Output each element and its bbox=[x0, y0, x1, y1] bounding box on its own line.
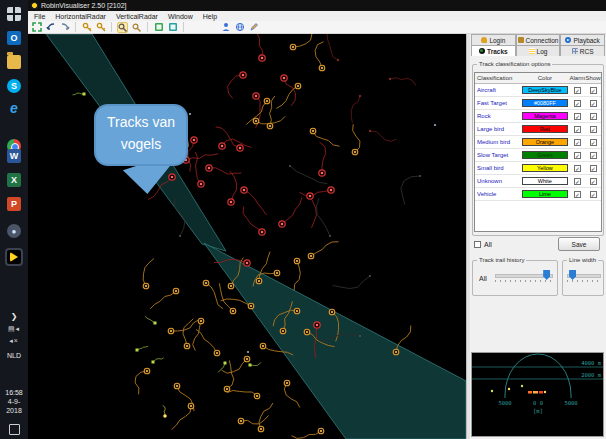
color-swatch-button[interactable]: White bbox=[522, 177, 568, 185]
expand-view-icon[interactable] bbox=[31, 22, 42, 33]
show-checkbox[interactable]: ✓ bbox=[590, 178, 597, 185]
svg-text:[m]: [m] bbox=[533, 408, 543, 414]
pinned-app-icon[interactable]: ● bbox=[7, 224, 21, 238]
menu-window[interactable]: Window bbox=[168, 13, 193, 20]
pan-right-icon[interactable] bbox=[59, 22, 70, 33]
color-swatch-button[interactable]: DeepSkyBlue bbox=[522, 86, 568, 94]
show-checkbox[interactable]: ✓ bbox=[590, 139, 597, 146]
tray-network-icon[interactable]: ▤◂ bbox=[0, 325, 28, 333]
outlook-icon[interactable]: O bbox=[7, 31, 21, 45]
globe-icon[interactable] bbox=[234, 22, 245, 33]
show-checkbox[interactable]: ✓ bbox=[590, 165, 597, 172]
alarm-checkbox[interactable]: ✓ bbox=[574, 178, 581, 185]
menu-file[interactable]: File bbox=[34, 13, 45, 20]
zoom-in-icon[interactable] bbox=[117, 22, 128, 33]
alarm-checkbox[interactable]: ✓ bbox=[574, 191, 581, 198]
key-icon[interactable] bbox=[95, 22, 106, 33]
tab-control: Login Connection Playback Tracks Log RCS bbox=[471, 34, 605, 56]
tracks-icon bbox=[479, 48, 485, 54]
zoom-out-icon[interactable] bbox=[131, 22, 142, 33]
alarm-checkbox[interactable]: ✓ bbox=[574, 87, 581, 94]
pan-left-icon[interactable] bbox=[45, 22, 56, 33]
classification-label: Small bird bbox=[475, 165, 520, 171]
menu-verticalradar[interactable]: VerticalRadar bbox=[116, 13, 158, 20]
tray-clock[interactable]: 16:58 4-9-2018 bbox=[0, 388, 28, 415]
tab-log[interactable]: Log bbox=[516, 45, 561, 56]
show-checkbox[interactable]: ✓ bbox=[590, 126, 597, 133]
color-swatch-button[interactable]: Yellow bbox=[522, 164, 568, 172]
radar-app-taskbar-icon[interactable] bbox=[7, 250, 21, 264]
playback-icon bbox=[565, 37, 571, 43]
log-icon bbox=[529, 48, 535, 54]
menu-horizontalradar[interactable]: HorizontalRadar bbox=[55, 13, 106, 20]
alarm-checkbox[interactable]: ✓ bbox=[574, 100, 581, 107]
alarm-checkbox[interactable]: ✓ bbox=[574, 139, 581, 146]
svg-text:4000 m: 4000 m bbox=[581, 360, 602, 366]
show-checkbox[interactable]: ✓ bbox=[590, 87, 597, 94]
word-icon[interactable]: W bbox=[7, 149, 21, 163]
horizontal-view-icon[interactable] bbox=[153, 22, 164, 33]
trail-history-title: Track trail history bbox=[477, 257, 526, 263]
tracks-callout: Tracks van vogels bbox=[94, 104, 188, 166]
trail-slider-handle[interactable] bbox=[543, 270, 550, 280]
tab-playback[interactable]: Playback bbox=[560, 34, 605, 45]
show-checkbox[interactable]: ✓ bbox=[590, 100, 597, 107]
color-swatch-button[interactable]: Green bbox=[522, 151, 568, 159]
trail-history-slider[interactable] bbox=[495, 269, 553, 283]
notification-center-icon[interactable] bbox=[0, 424, 28, 435]
key-icon bbox=[481, 37, 487, 43]
file-explorer-icon[interactable] bbox=[7, 55, 21, 69]
screen: { "taskbar": { "icons": ["start","outloo… bbox=[0, 0, 606, 439]
internet-explorer-icon[interactable]: e bbox=[7, 101, 21, 115]
classification-label: Vehicle bbox=[475, 191, 520, 197]
vertical-radar-display[interactable]: 4000 m2000 m50000 05000[m] bbox=[471, 352, 604, 437]
show-checkbox[interactable]: ✓ bbox=[590, 191, 597, 198]
color-swatch-button[interactable]: Magenta bbox=[522, 112, 568, 120]
alarm-checkbox[interactable]: ✓ bbox=[574, 152, 581, 159]
key-icon[interactable] bbox=[81, 22, 92, 33]
tray-chevron-icon[interactable]: ❯ bbox=[0, 312, 28, 321]
svg-text:0 0: 0 0 bbox=[533, 400, 543, 406]
user-icon[interactable] bbox=[220, 22, 231, 33]
tray-time: 16:58 bbox=[0, 388, 28, 397]
window-title: RobinVisualiser 2.50 [2102] bbox=[41, 2, 126, 9]
windows-taskbar: O S e W X P ● ❯ ▤◂ ◂× NLD 16:58 4-9-2018 bbox=[0, 0, 28, 439]
color-swatch-button[interactable]: #0080FF bbox=[522, 99, 568, 107]
svg-text:5000: 5000 bbox=[498, 400, 511, 406]
color-swatch-button[interactable]: Lime bbox=[522, 190, 568, 198]
powerpoint-icon[interactable]: P bbox=[7, 197, 21, 211]
start-button-icon[interactable] bbox=[7, 7, 21, 21]
trail-history-value-label: All bbox=[479, 275, 487, 282]
rcs-icon bbox=[572, 48, 578, 54]
trail-history-groupbox: Track trail history All bbox=[472, 260, 558, 296]
line-width-slider-handle[interactable] bbox=[569, 270, 576, 280]
menu-help[interactable]: Help bbox=[203, 13, 217, 20]
tray-volume-muted-icon[interactable]: ◂× bbox=[0, 337, 28, 345]
vertical-view-icon[interactable] bbox=[167, 22, 178, 33]
color-swatch-button[interactable]: Orange bbox=[522, 138, 568, 146]
tab-login[interactable]: Login bbox=[471, 34, 516, 45]
classification-row: VehicleLime✓✓ bbox=[475, 188, 601, 201]
color-swatch-button[interactable]: Red bbox=[522, 125, 568, 133]
classification-row: UnknownWhite✓✓ bbox=[475, 175, 601, 188]
classification-row: Small birdYellow✓✓ bbox=[475, 162, 601, 175]
tab-rcs[interactable]: RCS bbox=[560, 45, 605, 56]
tray-language[interactable]: NLD bbox=[0, 352, 28, 359]
edit-pencil-icon[interactable] bbox=[248, 22, 259, 33]
horizontal-radar-display[interactable]: Tracks van vogels bbox=[30, 34, 466, 439]
classification-row: Large birdRed✓✓ bbox=[475, 123, 601, 136]
alarm-checkbox[interactable]: ✓ bbox=[574, 126, 581, 133]
all-checkbox[interactable] bbox=[474, 241, 481, 248]
line-width-slider[interactable] bbox=[567, 269, 601, 283]
line-width-title: Line width bbox=[567, 257, 598, 263]
classification-label: Large bird bbox=[475, 126, 520, 132]
show-checkbox[interactable]: ✓ bbox=[590, 152, 597, 159]
skype-icon[interactable]: S bbox=[7, 79, 21, 93]
tab-tracks[interactable]: Tracks bbox=[471, 45, 516, 56]
tab-connection[interactable]: Connection bbox=[516, 34, 561, 45]
alarm-checkbox[interactable]: ✓ bbox=[574, 165, 581, 172]
save-button[interactable]: Save bbox=[558, 237, 600, 251]
excel-icon[interactable]: X bbox=[7, 173, 21, 187]
show-checkbox[interactable]: ✓ bbox=[590, 113, 597, 120]
alarm-checkbox[interactable]: ✓ bbox=[574, 113, 581, 120]
